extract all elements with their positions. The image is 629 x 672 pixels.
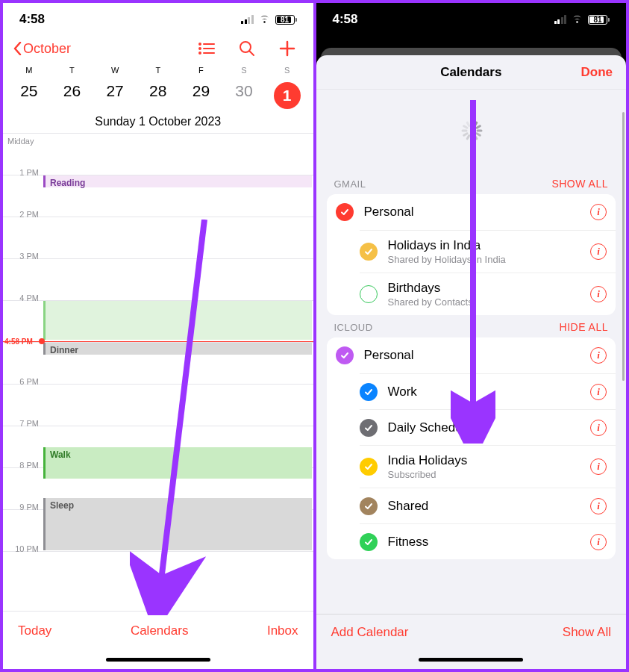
svg-point-0 bbox=[199, 43, 201, 45]
battery-icon: 81 bbox=[588, 15, 610, 25]
calendar-name: Shared bbox=[388, 499, 581, 514]
calendar-checkbox[interactable] bbox=[360, 383, 378, 401]
info-icon[interactable]: i bbox=[590, 498, 607, 514]
status-bar: 4:58 81 bbox=[3, 3, 313, 36]
group-label: ICLOUD bbox=[334, 322, 373, 333]
calendar-name: Fitness bbox=[388, 535, 581, 550]
info-icon[interactable]: i bbox=[590, 286, 607, 302]
status-bar: 4:58 81 bbox=[316, 3, 627, 36]
info-icon[interactable]: i bbox=[590, 534, 607, 550]
home-indicator bbox=[3, 650, 313, 669]
wifi-icon bbox=[258, 15, 271, 24]
calendar-checkbox[interactable] bbox=[336, 346, 354, 364]
add-event-icon[interactable] bbox=[278, 40, 297, 57]
svg-line-10 bbox=[160, 220, 204, 593]
calendar-checkbox[interactable] bbox=[360, 458, 378, 476]
calendar-checkbox[interactable] bbox=[360, 497, 378, 515]
info-icon[interactable]: i bbox=[590, 420, 607, 436]
list-view-icon[interactable] bbox=[197, 40, 216, 57]
week-row: M25 T26 W27 T28 F29 S30 S1 bbox=[3, 66, 313, 109]
calendars-button[interactable]: Calendars bbox=[131, 623, 189, 638]
add-calendar-button[interactable]: Add Calendar bbox=[331, 625, 409, 640]
info-icon[interactable]: i bbox=[590, 384, 607, 400]
calendar-checkbox[interactable] bbox=[360, 533, 378, 551]
calendar-row[interactable]: Fitnessi bbox=[360, 523, 616, 559]
dow: M bbox=[7, 66, 51, 75]
phone-left-calendar: 4:58 81 October M25 T26 bbox=[3, 3, 313, 669]
svg-point-4 bbox=[199, 52, 201, 54]
bottom-toolbar: Today Calendars Inbox bbox=[3, 611, 313, 650]
info-icon[interactable]: i bbox=[590, 347, 607, 364]
sheet-title: Calendars bbox=[316, 65, 627, 80]
calendar-row[interactable]: India HolidaysSubscribedi bbox=[360, 445, 616, 488]
wifi-icon bbox=[571, 15, 583, 24]
calendar-name: India Holidays bbox=[388, 453, 581, 468]
home-indicator bbox=[316, 650, 627, 669]
scroll-indicator bbox=[622, 112, 625, 381]
date-title: Sunday 1 October 2023 bbox=[3, 109, 313, 134]
group-action[interactable]: SHOW ALL bbox=[551, 178, 608, 190]
calendar-checkbox[interactable] bbox=[360, 243, 378, 261]
event-reading[interactable]: Reading bbox=[43, 175, 312, 187]
cellular-icon bbox=[554, 15, 567, 24]
back-label: October bbox=[23, 41, 71, 57]
sheet-footer: Add Calendar Show All bbox=[316, 614, 627, 650]
calendar-checkbox[interactable] bbox=[360, 419, 378, 437]
battery-icon: 81 bbox=[275, 15, 297, 25]
svg-point-2 bbox=[199, 48, 201, 49]
cellular-icon bbox=[241, 15, 254, 24]
selected-date[interactable]: 1 bbox=[274, 82, 301, 109]
group-action[interactable]: HIDE ALL bbox=[560, 321, 608, 333]
info-icon[interactable]: i bbox=[590, 458, 607, 475]
status-time: 4:58 bbox=[19, 12, 45, 27]
calendar-subtitle: Subscribed bbox=[388, 469, 581, 480]
calendar-checkbox[interactable] bbox=[360, 285, 378, 303]
show-all-button[interactable]: Show All bbox=[563, 625, 611, 640]
calendar-checkbox[interactable] bbox=[336, 203, 354, 221]
calendars-sheet: Calendars Done GMAILSHOW ALLPersonaliHol… bbox=[316, 55, 627, 669]
today-button[interactable]: Today bbox=[18, 623, 51, 638]
group-label: GMAIL bbox=[334, 178, 366, 190]
back-button[interactable]: October bbox=[13, 41, 71, 57]
calendar-header: October bbox=[3, 36, 313, 66]
phone-right-calendars: 4:58 81 Calendars Done GMAILSHOW ALLPers… bbox=[316, 3, 627, 669]
done-button[interactable]: Done bbox=[581, 65, 613, 80]
info-icon[interactable]: i bbox=[590, 243, 607, 260]
svg-line-7 bbox=[249, 52, 254, 56]
search-icon[interactable] bbox=[237, 40, 257, 57]
date-cell[interactable]: 25 bbox=[7, 82, 51, 100]
inbox-button[interactable]: Inbox bbox=[267, 623, 298, 638]
calendar-row[interactable]: Sharedi bbox=[360, 488, 616, 523]
info-icon[interactable]: i bbox=[590, 204, 607, 220]
